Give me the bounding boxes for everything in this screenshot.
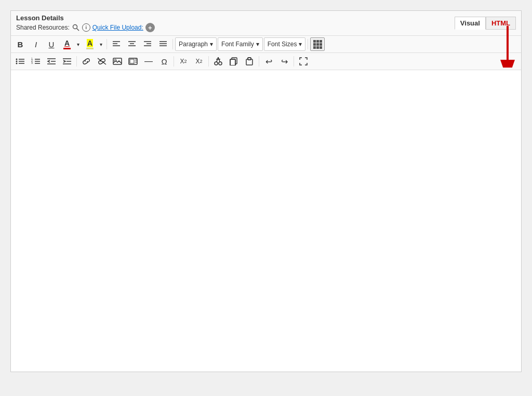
paste-button[interactable] (242, 55, 257, 68)
paragraph-dropdown[interactable]: Paragraph ▾ (175, 37, 217, 51)
align-left-button[interactable] (109, 37, 124, 51)
font-sizes-dropdown-arrow: ▾ (299, 41, 302, 48)
redo-button[interactable]: ↪ (277, 55, 291, 68)
decrease-indent-button[interactable] (44, 55, 59, 68)
add-file-icon[interactable]: + (145, 23, 155, 32)
font-sizes-dropdown[interactable]: Font Sizes ▾ (264, 37, 306, 51)
view-tabs: Visual HTML (455, 17, 516, 30)
html-tab[interactable]: HTML (486, 17, 516, 30)
italic-button[interactable]: I (29, 37, 43, 51)
insert-media-button[interactable] (126, 55, 140, 68)
header-bar: Lesson Details Shared Resources: i Quick… (11, 11, 521, 36)
separator-8 (294, 56, 294, 67)
separator-4 (76, 56, 77, 67)
shared-resources-row: Shared Resources: i Quick File Upload: + (16, 23, 155, 32)
svg-line-45 (218, 57, 220, 62)
svg-point-2 (73, 25, 77, 29)
svg-rect-48 (230, 59, 235, 65)
info-icon[interactable]: i (82, 23, 90, 32)
font-color-dropdown[interactable]: ▾ (74, 37, 82, 51)
align-justify-button[interactable] (156, 37, 170, 51)
paragraph-dropdown-arrow: ▾ (210, 41, 213, 48)
svg-line-44 (217, 57, 219, 62)
shared-resources-label: Shared Resources: (16, 24, 70, 31)
quick-file-upload-link[interactable]: Quick File Upload: (92, 24, 143, 31)
highlight-color-button[interactable]: A (83, 37, 97, 51)
svg-line-3 (76, 29, 79, 31)
insert-link-button[interactable] (79, 55, 94, 68)
separator-6 (208, 56, 209, 67)
separator-5 (174, 56, 174, 67)
svg-rect-38 (130, 59, 134, 63)
highlight-color-dropdown[interactable]: ▾ (97, 37, 104, 51)
font-family-dropdown[interactable]: Font Family ▾ (218, 37, 263, 51)
svg-point-16 (16, 59, 18, 60)
svg-rect-35 (113, 58, 122, 64)
fullscreen-button[interactable] (296, 55, 311, 68)
separator-7 (259, 56, 259, 67)
ordered-list-button[interactable]: 1. 2. 3. (29, 55, 43, 68)
font-color-group: A ▾ (60, 37, 82, 51)
search-icon[interactable] (72, 23, 80, 32)
copy-button[interactable] (227, 55, 241, 68)
unordered-list-button[interactable] (13, 55, 28, 68)
font-family-dropdown-arrow: ▾ (256, 41, 259, 48)
underline-button[interactable]: U (44, 37, 59, 51)
separator-2 (172, 39, 173, 49)
increase-indent-button[interactable] (60, 55, 74, 68)
align-right-button[interactable] (140, 37, 155, 51)
cut-button[interactable] (211, 55, 225, 68)
svg-point-18 (16, 61, 18, 62)
special-char-button[interactable]: Ω (157, 55, 171, 68)
visual-tab[interactable]: Visual (455, 17, 486, 30)
svg-point-43 (219, 62, 222, 65)
separator-1 (107, 39, 107, 49)
font-color-button[interactable]: A (60, 37, 74, 51)
highlight-color-group: A ▾ (83, 37, 104, 51)
editor-content-area[interactable] (11, 70, 521, 372)
superscript-button[interactable]: X2 (192, 55, 206, 68)
horizontal-rule-button[interactable]: — (141, 55, 156, 68)
toolbar-row-2: 1. 2. 3. (11, 53, 521, 70)
table-grid-icon (313, 40, 322, 49)
table-insert-button[interactable] (310, 37, 325, 51)
bold-button[interactable]: B (13, 37, 28, 51)
undo-button[interactable]: ↩ (261, 55, 276, 68)
svg-point-42 (215, 62, 218, 65)
insert-image-button[interactable] (110, 55, 125, 68)
align-center-button[interactable] (125, 37, 139, 51)
header-left: Lesson Details Shared Resources: i Quick… (16, 14, 155, 32)
svg-text:3.: 3. (31, 61, 33, 64)
svg-point-20 (16, 63, 18, 64)
subscript-button[interactable]: X2 (176, 55, 191, 68)
toolbar-row-1: B I U A ▾ A ▾ (11, 36, 521, 53)
remove-link-button[interactable] (95, 55, 109, 68)
separator-3 (308, 39, 308, 49)
lesson-details-label: Lesson Details (16, 14, 155, 22)
